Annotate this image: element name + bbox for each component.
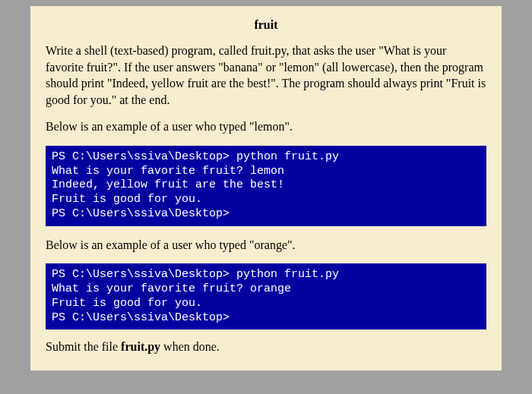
submit-instruction: Submit the file fruit.py when done. [46,340,486,354]
terminal-output-2: PS C:\Users\ssiva\Desktop> python fruit.… [46,263,486,329]
submit-prefix: Submit the file [46,340,121,353]
example1-intro: Below is an example of a user who typed … [46,118,486,135]
assignment-description: Write a shell (text-based) program, call… [46,43,486,108]
submit-filename: fruit.py [121,340,160,353]
submit-suffix: when done. [160,340,220,353]
example2-intro: Below is an example of a user who typed … [46,237,486,254]
terminal-output-1: PS C:\Users\ssiva\Desktop> python fruit.… [46,146,486,226]
assignment-title: fruit [46,18,486,32]
assignment-card: fruit Write a shell (text-based) program… [30,6,502,370]
